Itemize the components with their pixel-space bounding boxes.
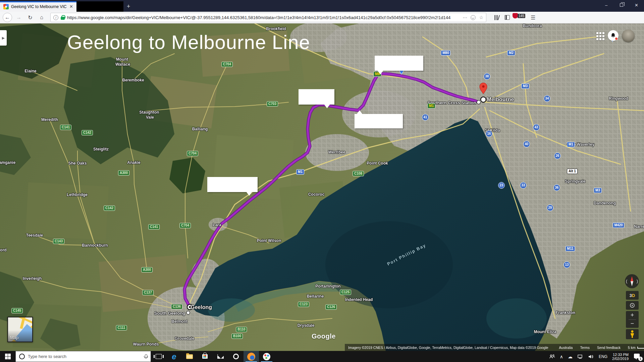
- task-view-button[interactable]: [151, 351, 166, 362]
- tab-close-icon[interactable]: ✕: [69, 4, 73, 9]
- pegman-button[interactable]: [626, 329, 639, 339]
- scale-text: 5 km: [628, 346, 636, 350]
- https-lock-icon: [61, 17, 65, 20]
- inset-map-label: Map: [10, 335, 18, 340]
- pocket-icon[interactable]: [471, 15, 476, 20]
- file-explorer-icon: [186, 354, 193, 359]
- 3d-toggle-button[interactable]: 3D: [626, 291, 639, 300]
- minimize-button[interactable]: –: [599, 0, 614, 10]
- windows-logo-icon: [5, 354, 11, 359]
- taskbar-paint-button[interactable]: [259, 351, 274, 362]
- notification-badge-dot: [615, 37, 618, 40]
- map-base-art: [0, 23, 644, 351]
- url-bar[interactable]: i https://www.google.com/maps/dir/Geelon…: [50, 13, 486, 22]
- map-type-inset[interactable]: Map: [7, 317, 33, 342]
- new-tab-button[interactable]: +: [123, 1, 133, 12]
- page-info-icon[interactable]: i: [53, 15, 58, 20]
- zoom-control: + −: [626, 311, 639, 328]
- cortana-icon: [19, 354, 25, 359]
- people-icon[interactable]: [549, 354, 555, 359]
- paint-icon: [263, 353, 270, 360]
- close-button[interactable]: ✕: [629, 0, 644, 10]
- notifications-bell-icon[interactable]: [608, 30, 619, 41]
- attribution-region: Australia: [559, 346, 573, 350]
- adblock-icon[interactable]: 145: [515, 14, 525, 21]
- library-icon[interactable]: [494, 15, 499, 20]
- back-button[interactable]: ←: [3, 13, 12, 22]
- home-button[interactable]: ⌂: [37, 13, 46, 22]
- browser-tab-active[interactable]: Geelong VIC to Melbourne VIC ✕: [0, 1, 76, 12]
- search-placeholder: Type here to search: [28, 354, 141, 359]
- action-center-badge: 1: [638, 357, 643, 361]
- account-avatar[interactable]: [622, 29, 635, 42]
- volume-icon[interactable]: [588, 354, 594, 359]
- sidebar-icon[interactable]: [504, 15, 510, 20]
- attribution-bar: Imagery ©2019 CNES / Airbus, DigitalGlob…: [345, 344, 644, 351]
- red-pin-center[interactable]: [482, 85, 485, 88]
- side-panel-expand-button[interactable]: ▶: [0, 30, 7, 46]
- compass-needle-north: [631, 276, 633, 281]
- onedrive-cloud-icon[interactable]: ☁: [568, 354, 573, 359]
- browser-tab-background[interactable]: [76, 1, 123, 12]
- imagery-attribution: Imagery ©2019 CNES / Airbus, DigitalGlob…: [348, 346, 548, 350]
- network-icon[interactable]: [577, 354, 583, 359]
- send-feedback-link[interactable]: Send feedback: [597, 346, 621, 350]
- page-title: Geelong to Melbourne Line: [67, 31, 310, 53]
- language-indicator[interactable]: ENG: [599, 354, 607, 359]
- map-scalebar: 5 km: [628, 346, 644, 350]
- window-controls: – ✕: [599, 0, 644, 10]
- compass-control[interactable]: (): [625, 274, 639, 288]
- taskbar-mail-button[interactable]: [213, 351, 228, 362]
- google-apps-grid-icon[interactable]: [596, 32, 604, 40]
- windows-taskbar: Type here to search e ∧ ☁ ENG 12:33 PM 2…: [0, 351, 644, 362]
- action-center-button[interactable]: 1: [633, 353, 641, 360]
- taskbar-edge-button[interactable]: e: [166, 351, 182, 362]
- scale-line: [637, 347, 644, 349]
- zoom-in-button[interactable]: +: [631, 311, 634, 319]
- taskbar-explorer-button[interactable]: [182, 351, 197, 362]
- start-button[interactable]: [0, 351, 15, 362]
- firefox-icon: [247, 353, 255, 361]
- tab-title: Geelong VIC to Melbourne VIC: [11, 4, 67, 9]
- restore-button[interactable]: [614, 0, 629, 10]
- circle-app-icon: [233, 354, 239, 359]
- url-text[interactable]: https://www.google.com/maps/dir/Geelong+…: [67, 15, 460, 20]
- origin-marker-dot[interactable]: [189, 306, 191, 308]
- active-tab-accent: [0, 1, 76, 2]
- my-location-button[interactable]: [626, 301, 639, 310]
- google-logo: Google: [312, 333, 336, 340]
- date-text: 2/02/2019: [612, 357, 629, 361]
- terms-link[interactable]: Terms: [580, 346, 590, 350]
- mail-icon: [217, 354, 224, 359]
- window-titlebar: Geelong VIC to Melbourne VIC ✕ + – ✕: [0, 0, 644, 12]
- adblock-shield: [513, 13, 518, 18]
- target-icon: [630, 303, 635, 308]
- menu-icon[interactable]: ☰: [531, 14, 535, 21]
- system-tray: ∧ ☁ ENG 12:33 PM 2/02/2019 1: [549, 351, 644, 362]
- google-maps-favicon: [3, 4, 9, 9]
- taskbar-store-button[interactable]: [197, 351, 213, 362]
- page-actions-icon[interactable]: ⋯: [463, 15, 467, 20]
- time-text: 12:33 PM: [612, 353, 629, 357]
- taskbar-search-input[interactable]: Type here to search: [15, 351, 151, 362]
- bookmark-star-icon[interactable]: ☆: [479, 15, 483, 20]
- taskbar-circle-app-button[interactable]: [228, 351, 244, 362]
- task-view-icon: [156, 354, 162, 359]
- reload-button[interactable]: ↻: [25, 13, 35, 22]
- station-dot-south-geelong[interactable]: [186, 311, 190, 314]
- browser-toolbar: ← → ↻ ⌂ i https://www.google.com/maps/di…: [0, 12, 644, 23]
- adblock-count-badge: 145: [518, 14, 525, 18]
- compass-needle-south: [631, 281, 633, 286]
- taskbar-firefox-button[interactable]: [244, 351, 259, 362]
- edge-icon: e: [172, 353, 176, 360]
- microsoft-store-icon: [202, 354, 208, 359]
- forward-button[interactable]: →: [14, 13, 23, 22]
- microphone-icon[interactable]: [144, 354, 147, 359]
- zoom-out-button[interactable]: −: [631, 320, 634, 328]
- taskbar-clock[interactable]: 12:33 PM 2/02/2019: [612, 353, 629, 361]
- map-canvas[interactable]: Geelong to Melbourne Line BrookfieldMoun…: [0, 23, 644, 351]
- blue-pin-dot[interactable]: [401, 69, 402, 70]
- tray-chevron-icon[interactable]: ∧: [560, 354, 563, 359]
